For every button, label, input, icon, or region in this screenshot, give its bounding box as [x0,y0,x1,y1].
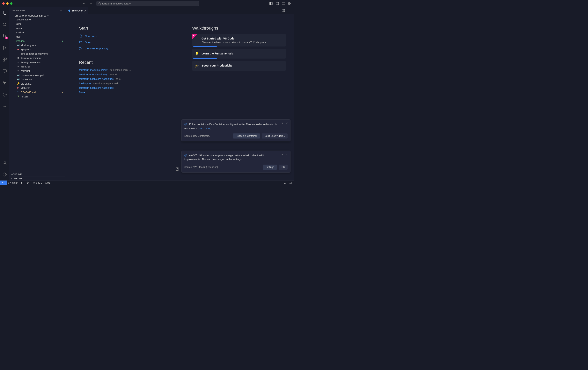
activity-run-debug[interactable] [0,44,9,52]
layout-secondary-sidebar-icon[interactable] [282,2,285,5]
notification-close-icon[interactable]: ✕ [286,122,288,125]
timeline-section[interactable]: › TIMELINE [9,176,65,180]
folder-item[interactable]: ›aws [9,22,65,26]
svg-rect-18 [5,58,6,59]
status-aws[interactable]: AWS [44,181,52,184]
reopen-in-container-button[interactable]: Reopen in Container [233,133,260,139]
activity-remote-explorer[interactable] [0,67,9,75]
learn-more-link[interactable]: learn more [199,127,210,130]
recent-item[interactable]: terraform-modules-library@ desktop-linux… [79,69,173,71]
remote-indicator[interactable] [0,180,7,185]
ok-button[interactable]: OK [279,165,288,170]
outline-section[interactable]: › OUTLINE [9,172,65,176]
folder-item[interactable]: ›gcp [9,34,65,39]
file-item[interactable]: ≡.terragrunt-version [9,60,65,64]
split-editor-icon[interactable] [282,9,285,12]
project-section-header[interactable]: ⌄ TERRAFORM-MODULES-LIBRARY [9,14,65,17]
file-item[interactable]: ⓘREADME.mdM [9,90,65,94]
file-icon: 🐳 [16,78,20,81]
recent-heading: Recent [79,60,173,65]
svg-point-31 [80,47,80,48]
svg-rect-3 [270,2,271,5]
settings-button[interactable]: Settings [263,165,277,170]
file-item[interactable]: ≡.yamllint [9,69,65,73]
close-tab-icon[interactable]: ✕ [84,9,86,12]
activity-terraform[interactable] [0,79,9,87]
start-file[interactable]: New File... [79,34,173,38]
walkthrough-card[interactable]: 💡Learn the Fundamentals [192,49,286,59]
notification-gear-icon[interactable] [281,122,284,125]
file-item[interactable]: !.pre-commit-config.yaml [9,51,65,56]
notification-source: Source: AWS Toolkit (Extension) [184,166,218,169]
folder-item[interactable]: ›.devcontainer [9,17,65,22]
command-center[interactable]: terraform-modules-library [96,1,199,6]
star-icon [192,34,197,39]
maximize-window[interactable] [10,2,12,5]
status-problems[interactable]: 0 0 [31,181,44,184]
layout-panel-icon[interactable] [276,2,279,5]
folder-item[interactable]: ›custom [9,30,65,34]
file-item[interactable]: 🐳.dockerignore [9,43,65,47]
file-item[interactable]: 🔑LICENSE [9,81,65,86]
notification-gear-icon[interactable] [281,153,284,156]
status-git-graph[interactable] [25,181,31,184]
walkthrough-card[interactable]: Get Started with VS CodeDiscover the bes… [192,34,286,47]
svg-point-33 [81,48,82,49]
folder-item[interactable]: ›azure [9,26,65,30]
svg-point-26 [4,174,5,175]
recent-item[interactable]: terraform-hashicorp-hashiqube@ c [79,77,173,80]
svg-point-35 [282,154,283,155]
walkthrough-card[interactable]: 🎓Boost your Productivity [192,61,286,71]
svg-point-37 [9,183,9,184]
file-item[interactable]: ◆.gitignore [9,47,65,51]
dont-show-again-button[interactable]: Don't Show Again... [262,133,288,139]
activity-settings[interactable] [0,170,9,178]
customize-layout-icon[interactable] [288,2,291,5]
file-item[interactable]: 🐳Dockerfile [9,77,65,81]
activity-extensions[interactable] [0,56,9,63]
file-item[interactable]: ≡.tflint.hcl [9,64,65,69]
file-item[interactable]: ≡.terraform-version [9,56,65,60]
start-git[interactable]: Clone Git Repository... [79,47,173,50]
svg-rect-4 [276,2,279,5]
show-welcome-checkbox[interactable]: ✓ [176,168,179,170]
start-folder[interactable]: Open... [79,40,173,44]
nav-forward[interactable]: → [89,2,92,5]
file-item[interactable]: 🐳docker-compose.yml [9,73,65,77]
svg-point-41 [28,182,29,183]
notification-devcontainer: ✕ ⓘ Folder contains a Dev Container conf… [181,120,291,141]
titlebar: ← → terraform-modules-library [0,0,294,7]
close-window[interactable] [2,2,5,5]
status-notifications[interactable] [288,181,294,184]
nav-back[interactable]: ← [83,2,86,5]
file-icon [79,34,83,38]
activity-source-control[interactable]: 2 [0,32,9,40]
activity-explorer[interactable] [0,9,9,17]
chevron-right-icon: › [11,177,12,180]
activity-bar: 2 ··· [0,7,9,180]
recent-item[interactable]: terraform-modules-library~/work [79,73,173,76]
status-sync[interactable] [19,181,25,184]
activity-more[interactable]: ··· [0,102,9,110]
minimize-window[interactable] [6,2,9,5]
activity-accounts[interactable] [0,159,9,167]
svg-point-24 [4,94,5,95]
folder-item[interactable]: ›images● [9,39,65,43]
svg-rect-11 [290,4,291,5]
explorer-more-icon[interactable]: ··· [59,9,62,12]
notification-close-icon[interactable]: ✕ [286,153,288,156]
activity-gitlens[interactable] [0,91,9,99]
status-branch[interactable]: main* [7,181,19,184]
recent-item[interactable]: hashiqube~/workspace/personal [79,82,173,85]
recent-more[interactable]: More... [79,91,87,94]
file-icon: ! [16,52,20,55]
chevron-right-icon: › [14,31,16,33]
file-item[interactable]: $run.sh [9,94,65,99]
editor-more-icon[interactable]: ··· [288,9,291,12]
activity-search[interactable] [0,21,9,28]
file-item[interactable]: MMakefile [9,86,65,90]
recent-item[interactable]: terraform-hashicorp-hashiqube~ [79,86,173,89]
status-feedback[interactable] [282,181,288,184]
layout-primary-sidebar-icon[interactable] [270,2,273,5]
tab-welcome[interactable]: Welcome ✕ [65,7,88,14]
